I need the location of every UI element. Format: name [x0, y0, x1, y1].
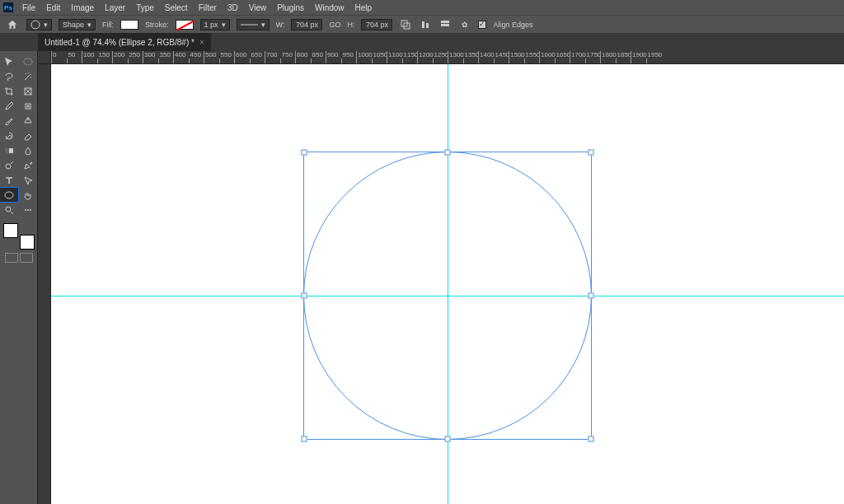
handle-bl[interactable]	[302, 436, 307, 442]
fill-swatch[interactable]	[120, 20, 138, 30]
menu-3d[interactable]: 3D	[223, 2, 243, 14]
tools-panel	[0, 51, 38, 504]
chevron-down-icon: ▾	[87, 21, 91, 29]
quickmask-button[interactable]	[5, 253, 18, 263]
menu-edit[interactable]: Edit	[41, 2, 65, 14]
tool-preset-ellipse[interactable]: ▾	[26, 19, 52, 30]
menu-layer[interactable]: Layer	[100, 2, 130, 14]
stroke-label: Stroke:	[145, 21, 169, 29]
ruler-corner[interactable]	[38, 51, 51, 64]
menu-type[interactable]: Type	[131, 2, 159, 14]
tool-history-brush[interactable]	[0, 128, 18, 142]
close-icon[interactable]: ×	[199, 38, 204, 47]
height-input[interactable]	[361, 19, 392, 30]
tool-more[interactable]	[19, 203, 37, 217]
ruler-tick-label: 400	[175, 51, 185, 58]
menu-window[interactable]: Window	[310, 2, 349, 14]
home-icon	[7, 19, 18, 30]
tool-pen[interactable]	[19, 158, 37, 172]
tool-ellipse-shape[interactable]	[0, 188, 18, 202]
tool-clone[interactable]	[19, 114, 37, 128]
tool-hand[interactable]	[19, 188, 37, 202]
background-color-swatch[interactable]	[20, 235, 35, 250]
tool-brush[interactable]	[0, 114, 18, 128]
stroke-style[interactable]: ▾	[237, 19, 270, 30]
svg-rect-7	[441, 21, 449, 23]
link-wh[interactable]: GO	[329, 21, 340, 29]
tool-gradient[interactable]	[0, 143, 18, 157]
frame-icon	[22, 86, 34, 97]
foreground-color-swatch[interactable]	[3, 223, 18, 238]
tool-dodge[interactable]	[0, 158, 18, 172]
align-button[interactable]	[419, 18, 432, 31]
path-ops-button[interactable]	[399, 18, 412, 31]
menu-plugins[interactable]: Plugins	[272, 2, 309, 14]
ruler-tick-label: 1650	[556, 51, 571, 58]
menu-file[interactable]: File	[17, 2, 40, 14]
stroke-width[interactable]: 1 px▾	[200, 19, 230, 30]
tool-eraser[interactable]	[19, 128, 37, 142]
tool-healing[interactable]	[19, 99, 37, 113]
ruler-tick-label: 200	[114, 51, 124, 58]
screenmode-button[interactable]	[20, 253, 33, 263]
tool-frame[interactable]	[19, 84, 37, 98]
color-swatches[interactable]	[3, 223, 35, 250]
eraser-icon	[22, 130, 34, 142]
ellipse-icon	[30, 20, 40, 30]
tool-move[interactable]	[0, 54, 18, 68]
tool-blur[interactable]	[19, 143, 37, 157]
quickmask-screenmode	[0, 253, 37, 263]
svg-rect-8	[441, 24, 449, 26]
arrange-button[interactable]	[438, 18, 452, 31]
tool-crop[interactable]	[0, 84, 18, 98]
ruler-tick-label: 1500	[510, 51, 525, 58]
tool-path-select[interactable]	[19, 173, 37, 187]
svg-point-17	[25, 209, 26, 211]
document-viewport[interactable]	[51, 64, 844, 504]
tool-wand[interactable]	[19, 69, 37, 83]
ruler-tick-label: 1950	[648, 51, 663, 58]
menu-select[interactable]: Select	[160, 2, 193, 14]
align-icon	[420, 20, 430, 30]
handle-tr[interactable]	[588, 150, 594, 156]
menu-view[interactable]: View	[244, 2, 272, 14]
ruler-vertical[interactable]	[38, 64, 51, 504]
tool-marquee-ellipse[interactable]	[19, 54, 37, 68]
ruler-horizontal[interactable]: 0501001502002503003504004505005506006507…	[51, 51, 844, 64]
line-icon	[241, 23, 258, 26]
tool-type[interactable]	[0, 173, 18, 187]
stroke-swatch[interactable]	[176, 20, 194, 30]
tool-zoom[interactable]	[0, 203, 18, 217]
squares-icon	[401, 20, 410, 30]
ruler-tick-label: 50	[68, 51, 76, 58]
width-input[interactable]	[291, 19, 322, 30]
ruler-tick-label: 100	[83, 51, 94, 58]
svg-point-15	[5, 192, 13, 198]
artboard	[51, 64, 844, 504]
align-edges-checkbox[interactable]	[478, 21, 486, 29]
ellipse-shape-path[interactable]	[303, 152, 592, 440]
ruler-tick-label: 250	[129, 51, 140, 58]
menu-image[interactable]: Image	[66, 2, 99, 14]
tool-lasso[interactable]	[0, 69, 18, 83]
document-tab[interactable]: Untitled-1 @ 74.4% (Ellipse 2, RGB/8#) *…	[38, 33, 211, 51]
handle-br[interactable]	[588, 436, 594, 442]
ruler-tick-label: 1250	[434, 51, 449, 58]
mode-select[interactable]: Shape▾	[59, 19, 96, 30]
menu-filter[interactable]: Filter	[194, 2, 222, 14]
ruler-tick-label: 1400	[480, 51, 495, 58]
ruler-tick-label: 1000	[358, 51, 373, 58]
ruler-tick-label: 1700	[571, 51, 586, 58]
dodge-icon	[3, 160, 15, 171]
ruler-tick-label: 850	[312, 51, 323, 58]
align-edges-label: Align Edges	[493, 21, 532, 29]
handle-tl[interactable]	[302, 150, 307, 156]
healing-icon	[22, 100, 34, 112]
gear-button[interactable]: ✿	[458, 18, 471, 31]
tool-eyedropper[interactable]	[0, 99, 18, 113]
ruler-tick-label: 550	[221, 51, 232, 58]
menu-help[interactable]: Help	[350, 2, 377, 14]
svg-rect-5	[422, 21, 424, 28]
home-button[interactable]	[5, 18, 20, 31]
history-brush-icon	[3, 130, 15, 142]
